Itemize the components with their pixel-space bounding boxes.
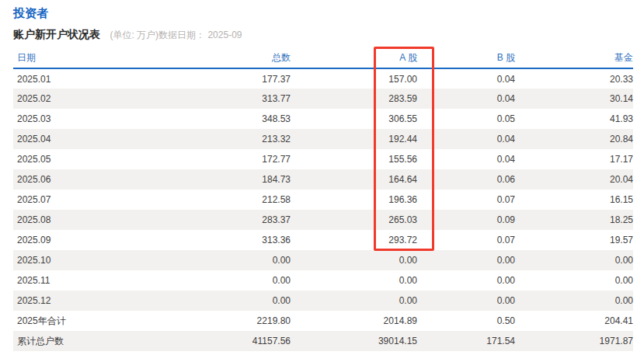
date-cell: 2025.03 [13,109,154,129]
value-cell: 306.55 [291,109,417,129]
account-table: 日期总数A 股B 股基金 2025.01177.37157.000.0420.3… [13,48,633,351]
date-cell: 2025.07 [13,190,154,210]
value-cell: 213.32 [154,129,291,149]
date-cell: 2025.11 [13,270,154,291]
table-row: 2025.01177.37157.000.0420.33 [13,68,633,89]
value-cell: 20.84 [515,129,633,149]
table-row: 2025年合计2219.802014.890.50204.41 [13,311,633,331]
section-title: 投资者 [13,7,644,19]
value-cell: 192.44 [291,129,417,149]
value-cell: 184.73 [154,169,291,190]
value-cell: 283.59 [291,89,417,109]
value-cell: 313.77 [154,89,291,109]
table-title: 账户新开户状况表 [13,28,100,40]
value-cell: 41.93 [515,109,633,129]
value-cell: 212.58 [154,190,291,210]
value-cell: 16.15 [515,190,633,210]
value-cell: 0.04 [417,89,515,109]
date-cell: 2025.10 [13,250,154,270]
page: 投资者 账户新开户状况表 (单位: 万户)数据日期： 2025-09 日期总数A… [0,0,644,351]
value-cell: 2014.89 [291,311,417,331]
table-row: 2025.09313.36293.720.0719.57 [13,230,633,250]
value-cell: 0.00 [417,250,515,270]
value-cell: 0.05 [417,109,515,129]
table-caption: 账户新开户状况表 (单位: 万户)数据日期： 2025-09 [13,27,644,42]
value-cell: 19.57 [515,230,633,250]
value-cell: 0.50 [417,311,515,331]
value-cell: 155.56 [291,149,417,169]
value-cell: 164.64 [291,169,417,190]
value-cell: 348.53 [154,109,291,129]
value-cell: 204.41 [515,311,633,331]
value-cell: 0.00 [515,270,633,291]
value-cell: 177.37 [154,68,291,89]
value-cell: 20.33 [515,68,633,89]
value-cell: 157.00 [291,68,417,89]
value-cell: 0.07 [417,190,515,210]
date-cell: 累计总户数 [13,331,154,351]
value-cell: 313.36 [154,230,291,250]
column-header-1: 总数 [154,48,291,68]
value-cell: 0.06 [417,169,515,190]
table-row: 2025.05172.77155.560.0417.17 [13,149,633,169]
table-row: 2025.100.000.000.000.00 [13,250,633,270]
value-cell: 0.04 [417,149,515,169]
value-cell: 30.14 [515,89,633,109]
value-cell: 0.04 [417,68,515,89]
table-body: 2025.01177.37157.000.0420.332025.02313.7… [13,68,633,351]
table-row: 累计总户数41157.5639014.15171.541971.87 [13,331,633,351]
value-cell: 0.00 [515,250,633,270]
date-cell: 2025.08 [13,210,154,230]
table-note: (单位: 万户)数据日期： 2025-09 [110,30,242,40]
table-row: 2025.02313.77283.590.0430.14 [13,89,633,109]
value-cell: 196.36 [291,190,417,210]
value-cell: 0.00 [154,270,291,291]
date-cell: 2025.02 [13,89,154,109]
date-cell: 2025.05 [13,149,154,169]
table-row: 2025.06184.73164.640.0620.04 [13,169,633,190]
date-cell: 2025.06 [13,169,154,190]
table-row: 2025.03348.53306.550.0541.93 [13,109,633,129]
date-cell: 2025.01 [13,68,154,89]
value-cell: 0.00 [417,270,515,291]
value-cell: 0.00 [291,250,417,270]
value-cell: 0.00 [154,291,291,311]
value-cell: 1971.87 [515,331,633,351]
date-cell: 2025.09 [13,230,154,250]
date-cell: 2025.12 [13,291,154,311]
table-header-row: 日期总数A 股B 股基金 [13,48,633,68]
value-cell: 20.04 [515,169,633,190]
table-row: 2025.08283.37265.030.0918.25 [13,210,633,230]
table-row: 2025.07212.58196.360.0716.15 [13,190,633,210]
column-header-0: 日期 [13,48,154,68]
value-cell: 0.07 [417,230,515,250]
column-header-2: A 股 [291,48,417,68]
value-cell: 172.77 [154,149,291,169]
value-cell: 0.00 [291,291,417,311]
value-cell: 171.54 [417,331,515,351]
value-cell: 18.25 [515,210,633,230]
value-cell: 0.00 [154,250,291,270]
value-cell: 41157.56 [154,331,291,351]
value-cell: 39014.15 [291,331,417,351]
table-row: 2025.120.000.000.000.00 [13,291,633,311]
date-cell: 2025.04 [13,129,154,149]
value-cell: 0.09 [417,210,515,230]
value-cell: 0.00 [515,291,633,311]
column-header-4: 基金 [515,48,633,68]
value-cell: 0.00 [417,291,515,311]
value-cell: 293.72 [291,230,417,250]
table-row: 2025.110.000.000.000.00 [13,270,633,291]
value-cell: 2219.80 [154,311,291,331]
value-cell: 17.17 [515,149,633,169]
value-cell: 0.00 [291,270,417,291]
column-header-3: B 股 [417,48,515,68]
value-cell: 283.37 [154,210,291,230]
value-cell: 265.03 [291,210,417,230]
date-cell: 2025年合计 [13,311,154,331]
value-cell: 0.04 [417,129,515,149]
table-row: 2025.04213.32192.440.0420.84 [13,129,633,149]
